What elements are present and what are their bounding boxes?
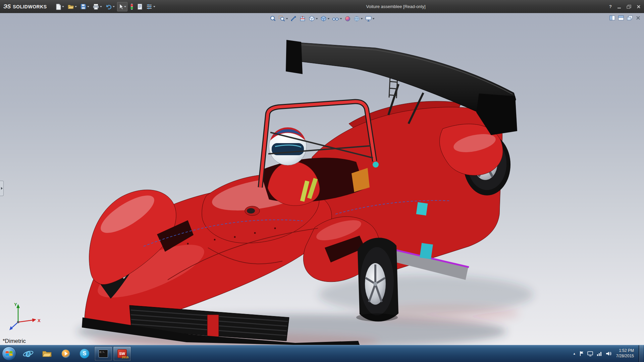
select-cursor-icon <box>118 3 123 10</box>
triad-x-label: X <box>38 318 41 323</box>
start-button[interactable] <box>2 347 16 361</box>
taskbar-item-media-player[interactable] <box>57 346 75 361</box>
open-button[interactable] <box>66 2 78 11</box>
car-model[interactable] <box>77 40 533 345</box>
app-name: SOLIDWORKS <box>13 4 47 9</box>
expand-arrow-icon <box>0 187 3 190</box>
chevron-down-icon <box>75 6 77 7</box>
system-tray: ▲ 1:52 PM 7/28/2015 <box>573 345 644 362</box>
print-button[interactable] <box>92 2 103 11</box>
rebuild-button[interactable] <box>129 2 135 11</box>
chevron-down-icon <box>124 6 126 7</box>
options-button[interactable] <box>145 2 156 11</box>
chevron-down-icon <box>153 6 155 7</box>
network-icon[interactable] <box>597 351 602 356</box>
volume-icon[interactable] <box>605 351 611 356</box>
taskbar-item-command-prompt[interactable]: C:\ <box>94 346 112 361</box>
chevron-down-icon <box>100 6 102 7</box>
help-icon[interactable]: ? <box>609 4 612 9</box>
windows-flag-icon <box>5 350 13 357</box>
clock-time: 1:52 PM <box>616 348 634 354</box>
print-icon <box>93 4 99 10</box>
taskbar-item-internet-explorer[interactable]: e <box>19 346 37 361</box>
solidworks-icon-glyph: SW <box>119 352 125 356</box>
taskbar: e S C:\ SW 2015 ▲ <box>0 345 644 362</box>
solidworks-version-badge: 2015 <box>122 356 128 359</box>
new-document-button[interactable] <box>54 2 65 11</box>
taskbar-item-messenger[interactable]: S <box>75 346 94 361</box>
document-title: Voiture assemblee [Read-only] <box>366 0 425 13</box>
taskbar-clock[interactable]: 1:52 PM 7/28/2015 <box>616 348 634 359</box>
save-icon <box>80 3 87 10</box>
triad-y-label: Y <box>14 302 17 307</box>
window-controls: ? <box>609 0 641 13</box>
chevron-down-icon <box>87 6 89 7</box>
taskbar-item-file-explorer[interactable] <box>38 346 56 361</box>
show-desktop-button[interactable] <box>639 345 643 362</box>
ie-orbit-icon <box>22 351 34 356</box>
reference-triad: Y X <box>5 301 45 331</box>
ds-logo-mark: ЭS <box>3 4 11 10</box>
chevron-down-icon <box>113 6 115 7</box>
standard-toolbar <box>54 2 156 11</box>
graphics-viewport[interactable]: Y X *Dimetric <box>0 13 644 345</box>
command-prompt-icon: C:\ <box>99 350 108 358</box>
rebuild-icon <box>130 3 134 10</box>
display-icon[interactable] <box>587 351 593 356</box>
panel-expand-tab[interactable] <box>0 181 4 196</box>
file-properties-button[interactable] <box>136 2 144 11</box>
file-properties-icon <box>137 3 143 10</box>
action-center-flag-icon[interactable] <box>579 351 584 356</box>
undo-icon <box>105 4 112 10</box>
car-model-canvas[interactable] <box>0 13 644 345</box>
chevron-down-icon <box>62 6 64 7</box>
solidworks-window: ЭS SOLIDWORKS <box>0 0 644 362</box>
restore-icon[interactable] <box>627 5 631 9</box>
new-document-icon <box>55 3 61 10</box>
messenger-icon: S <box>80 349 89 358</box>
solidworks-logo: ЭS SOLIDWORKS <box>3 4 47 10</box>
taskbar-item-solidworks[interactable]: SW 2015 <box>113 346 131 361</box>
undo-button[interactable] <box>104 2 116 11</box>
clock-date: 7/28/2015 <box>616 354 634 359</box>
save-button[interactable] <box>79 2 90 11</box>
solidworks-app-icon: SW 2015 <box>117 349 127 358</box>
folder-icon <box>42 350 52 358</box>
close-icon[interactable] <box>637 5 641 9</box>
open-folder-icon <box>67 4 74 10</box>
options-icon <box>146 4 153 10</box>
select-button[interactable] <box>117 2 127 11</box>
pinned-apps: e S C:\ SW 2015 <box>19 345 131 362</box>
view-orientation-label: *Dimetric <box>3 338 26 345</box>
hidden-icons-chevron[interactable]: ▲ <box>573 352 576 355</box>
title-bar: ЭS SOLIDWORKS <box>0 0 644 13</box>
media-player-icon <box>61 349 70 358</box>
minimize-icon[interactable] <box>617 5 621 9</box>
